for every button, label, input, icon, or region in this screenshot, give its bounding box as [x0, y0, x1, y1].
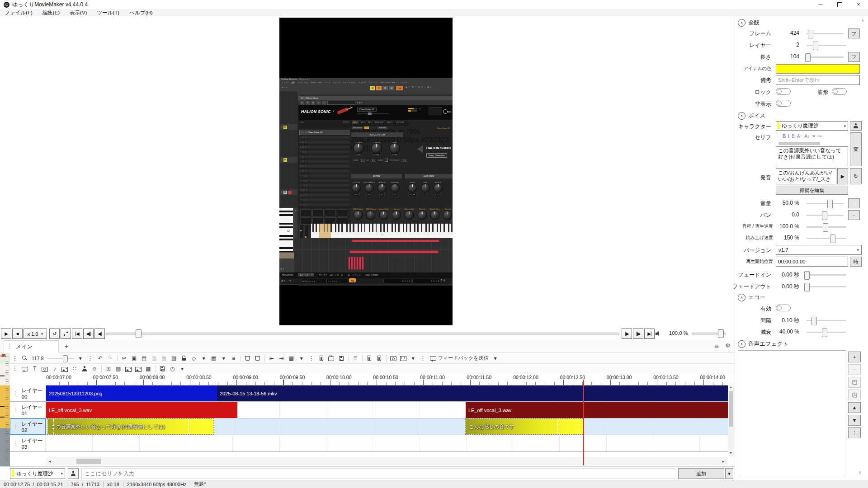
aknob-1[interactable]: [421, 183, 430, 192]
fx-move-down-button[interactable]: ▼: [848, 415, 861, 426]
fx-move-up-button[interactable]: ▲: [848, 402, 861, 413]
mixer-icon[interactable]: ≣: [352, 354, 359, 362]
echo-decay-slider[interactable]: [807, 328, 846, 336]
tab-main[interactable]: ⋮メイン: [4, 340, 59, 352]
import-icon[interactable]: [376, 354, 383, 362]
halion-tab-midi[interactable]: MIDI: [359, 121, 366, 124]
menu-item-3[interactable]: ツール(T): [97, 9, 119, 16]
undo-icon[interactable]: ↶: [97, 354, 104, 362]
knob-octave[interactable]: [353, 143, 364, 154]
layer-header-1[interactable]: ⋮レイヤー 01: [10, 402, 46, 418]
lock-toggle[interactable]: [776, 88, 791, 95]
zoom-icon[interactable]: [21, 354, 28, 362]
format-icon-1[interactable]: I: [788, 134, 789, 139]
frame-capture-icon[interactable]: [400, 354, 407, 362]
quick-knob-3[interactable]: [392, 211, 401, 220]
audio-fx-list[interactable]: [738, 350, 846, 477]
fknob-0[interactable]: [352, 183, 361, 192]
layer-header-3[interactable]: ⋮レイヤー 03: [10, 435, 46, 451]
format-icon-5[interactable]: ✕: [812, 134, 816, 139]
delete-icon[interactable]: [244, 354, 251, 362]
play-button[interactable]: ▶: [1, 328, 11, 339]
fx-add-button[interactable]: +: [848, 352, 861, 362]
add-text-icon[interactable]: T: [31, 365, 38, 373]
fx-save-as-button[interactable]: [848, 377, 861, 388]
halion-tab-multi[interactable]: MULTI: [386, 121, 394, 124]
prev-frame-button[interactable]: ◀||: [83, 328, 94, 339]
fknob-1[interactable]: [365, 183, 374, 192]
format-icon-3[interactable]: A↑: [797, 134, 802, 139]
format-icon-6[interactable]: ✂: [818, 134, 821, 139]
add-frame-icon[interactable]: ⊞: [105, 365, 112, 373]
echo-decay-slider-thumb[interactable]: [822, 328, 827, 337]
menu-item-2[interactable]: 表示(V): [70, 9, 87, 16]
gear-icon[interactable]: ⚙: [725, 342, 731, 349]
format-icon-0[interactable]: B: [783, 134, 786, 139]
pan-link-button[interactable]: -: [848, 210, 860, 220]
aknob-2[interactable]: [434, 183, 443, 192]
clip-video-1[interactable]: 2025-08-15 13-18-56.mkv: [217, 385, 728, 401]
stop-button[interactable]: ■: [12, 328, 23, 339]
keyframe-link-button[interactable]: [61, 328, 71, 339]
mono-up-box[interactable]: 12 ▾: [371, 159, 377, 162]
fx-save-button[interactable]: [848, 389, 861, 400]
timeline-vertical-scrollbar[interactable]: ▴▾: [728, 385, 734, 456]
close-button[interactable]: ×: [849, 0, 868, 9]
subtitle-input[interactable]: [81, 468, 676, 479]
lock-icon[interactable]: [180, 354, 188, 362]
list-menu-icon[interactable]: ≣: [714, 342, 719, 349]
clip-voice-5[interactable]: こんな感じの音です: [466, 419, 583, 434]
feedback-icon[interactable]: [429, 354, 437, 362]
scroll-down-arrow[interactable]: ▾: [728, 451, 734, 456]
layer-slider-thumb[interactable]: [813, 42, 818, 50]
menu-item-0[interactable]: ファイル(F): [5, 9, 33, 16]
repeat-button[interactable]: ↺: [49, 328, 60, 339]
collapse-icon[interactable]: ∧: [738, 340, 745, 348]
chevron-down-icon[interactable]: ▾: [200, 354, 208, 362]
aknob-0[interactable]: [408, 183, 417, 192]
waveform-toggle[interactable]: [832, 88, 847, 95]
pitch-slider-thumb[interactable]: [823, 223, 828, 232]
cut-icon[interactable]: ✂: [121, 354, 128, 362]
add-subtitle-dropdown[interactable]: ▾: [725, 468, 733, 479]
subtab-l1[interactable]: L1: [364, 127, 369, 129]
halion-tab-edit[interactable]: EDIT: [352, 121, 359, 124]
video-preview[interactable]: Cubase Elements プロジェクトファイル編集プロジェクトAudioM…: [279, 18, 453, 325]
subtab-program[interactable]: PROGRAM: [352, 127, 363, 129]
timeline-ruler[interactable]: 00:00:07.0000:00:07.5000:00:08.0000:00:0…: [46, 374, 728, 385]
chevron-down-icon[interactable]: ▾: [492, 354, 499, 362]
hscroll-thumb[interactable]: [76, 459, 101, 464]
add-tab-button[interactable]: +: [62, 342, 71, 350]
zoom-slider-thumb[interactable]: [63, 355, 68, 362]
maximize-button[interactable]: [830, 0, 849, 9]
halion-tab-mix[interactable]: MIX: [367, 121, 373, 124]
fade-out-slider[interactable]: [807, 283, 846, 291]
fade-in-slider[interactable]: [807, 271, 846, 279]
quick-knob-7[interactable]: [443, 211, 453, 220]
fx-remove-button[interactable]: −: [848, 364, 861, 375]
timeline-horizontal-scrollbar[interactable]: ◂▸: [46, 457, 728, 465]
grid-icon[interactable]: ▦: [210, 354, 217, 362]
collapse-icon[interactable]: ∧: [738, 19, 745, 27]
scroll-left-arrow[interactable]: ◂: [47, 458, 52, 465]
version-select[interactable]: v1.7▾: [776, 245, 862, 255]
speaker-icon[interactable]: [656, 331, 661, 336]
add-video-icon[interactable]: [41, 365, 48, 373]
panel-scroll-down-icon[interactable]: ∨: [858, 470, 861, 475]
panel-scroll-up-icon[interactable]: ∧: [861, 18, 864, 23]
length-f-button[interactable]: フ: [848, 52, 860, 62]
pan-slider-thumb[interactable]: [822, 211, 827, 220]
volume-thumb[interactable]: [718, 329, 724, 338]
editor-tab-4[interactable]: MIDI Remote: [365, 274, 378, 276]
snap-icon[interactable]: ◇: [190, 354, 198, 362]
layer-slider[interactable]: [807, 42, 846, 49]
add-image-icon[interactable]: [61, 365, 68, 373]
pronunciation-field[interactable]: この/おんげんあんがい/いい/おと/なって/_スき: [776, 168, 836, 184]
scroll-right-arrow[interactable]: ▸: [721, 458, 726, 465]
export-icon[interactable]: [366, 354, 373, 362]
pitch-slider[interactable]: [807, 223, 846, 231]
serif-textarea[interactable]: [776, 146, 848, 166]
vscroll-thumb[interactable]: [729, 391, 733, 427]
paste-icon[interactable]: ▤: [141, 354, 148, 362]
add-transition-icon[interactable]: ▨: [115, 365, 122, 373]
